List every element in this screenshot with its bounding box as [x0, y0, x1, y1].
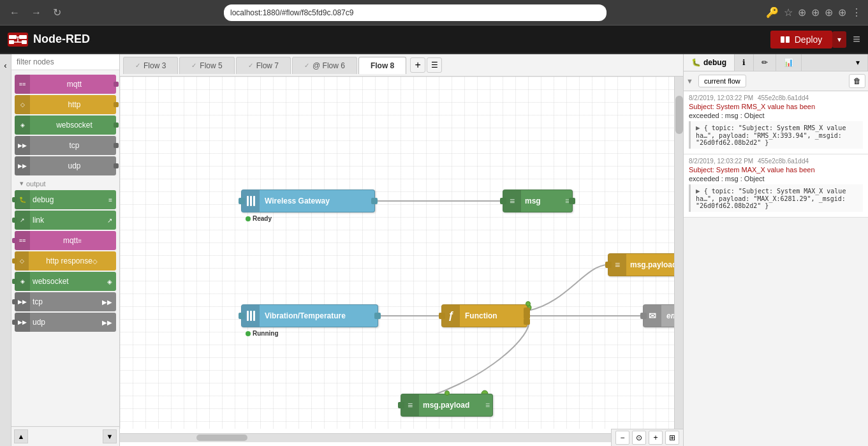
canvas-area[interactable]: Wireless Gateway Ready ≡ msg ≡ [120, 77, 674, 429]
svg-rect-12 [247, 196, 249, 206]
node-websocket-input[interactable]: ◈ websocket [15, 115, 116, 135]
email-label: email [661, 311, 674, 320]
node-link-output[interactable]: ↗ link ↗ [15, 211, 116, 230]
scroll-down-button[interactable]: ▼ [103, 429, 117, 443]
svg-rect-7 [781, 36, 784, 43]
fit-button[interactable]: ⊞ [665, 431, 679, 445]
clear-debug-button[interactable]: 🗑 [849, 74, 865, 88]
function-port-out-3 [524, 318, 530, 325]
node-mqtt-input[interactable]: ≡≡ mqtt [15, 75, 116, 94]
canvas-scrollbar-horizontal[interactable] [120, 433, 611, 442]
node-debug-output[interactable]: 🐛 debug ≡ [15, 190, 116, 209]
tab-flow7[interactable]: ✓ Flow 7 [236, 57, 291, 74]
node-udp-input[interactable]: ▶▶ udp [15, 156, 116, 175]
tab-flow6[interactable]: ✓ @ Flow 6 [292, 57, 357, 74]
node-tcp-output[interactable]: ▶▶ tcp ▶▶ [15, 292, 116, 311]
scroll-up-button[interactable]: ▲ [14, 429, 28, 443]
node-http-response-output[interactable]: ◇ http response ◇ [15, 251, 116, 271]
forward-button[interactable]: → [28, 6, 45, 20]
debug-tab[interactable]: 🐛 debug [684, 54, 735, 71]
node-wireless-gateway[interactable]: Wireless Gateway Ready [241, 190, 375, 212]
wireless-gateway-port-in [239, 198, 245, 204]
debug-msg-2-expanded[interactable]: ▶ { topic: "Subject: System MAX_X value … [689, 184, 863, 212]
node-vibration-temp[interactable]: Vibration/Temperature Running [241, 304, 378, 327]
zoom-reset-button[interactable]: ⊙ [632, 431, 646, 445]
debug-msg-1-header: 8/2/2019, 12:03:22 PM 455e2c8b.6a1dd4 [689, 94, 863, 101]
node-msg-payload-bottom[interactable]: ≡ msg.payload ≡ [401, 394, 493, 417]
debug-msg-1-detail: exceeded : msg : Object [689, 112, 863, 119]
msg-port-out [569, 198, 575, 204]
zoom-out-button[interactable]: − [615, 431, 629, 445]
node-tcp-input[interactable]: ▶▶ tcp [15, 136, 116, 155]
tab-flow5[interactable]: ✓ Flow 5 [179, 57, 234, 74]
current-flow-button[interactable]: current flow [698, 75, 746, 87]
msg-payload-top-label: msg.payload [626, 260, 674, 269]
function-output-dot [526, 301, 531, 306]
star-icon[interactable]: ☆ [784, 6, 793, 19]
chart-tab[interactable]: 📊 [776, 54, 802, 71]
vibration-temp-port-in [239, 313, 245, 319]
menu-icon[interactable]: ⋮ [851, 6, 862, 19]
svg-rect-8 [786, 36, 790, 43]
node-msg[interactable]: ≡ msg ≡ [503, 190, 573, 212]
sidebar-left: ≡≡ mqtt ◇ http ◈ websocket ▶▶ tcp ▶▶ [11, 54, 120, 446]
canvas-scrollbar-vertical[interactable] [674, 77, 683, 429]
filter-input[interactable] [11, 54, 119, 70]
debug-msg-1-expanded[interactable]: ▶ { topic: "Subject: System RMS_X value … [689, 121, 863, 149]
svg-rect-3 [22, 40, 27, 44]
debug-msg-2-timestamp: 8/2/2019, 12:03:22 PM [689, 158, 753, 165]
nr-logo: Node-RED [8, 33, 90, 47]
back-button[interactable]: ← [6, 6, 23, 20]
msg-port-in [500, 198, 506, 204]
tab-label-flow8: Flow 8 [371, 61, 394, 70]
node-email[interactable]: ✉ email [643, 304, 674, 327]
node-udp-output[interactable]: ▶▶ udp ▶▶ [15, 313, 116, 332]
key-icon: 🔑 [766, 6, 779, 19]
debug-tab-label: debug [703, 58, 726, 67]
tab-menu-button[interactable]: ☰ [427, 57, 442, 73]
debug-msg-1-subject: Subject: System RMS_X value has been [689, 103, 863, 110]
svg-rect-15 [247, 311, 249, 321]
zoom-in-button[interactable]: + [649, 431, 663, 445]
sidebar-nav-arrows: ▲ ▼ [11, 426, 119, 446]
debug-msg-2-detail: exceeded : msg : Object [689, 175, 863, 182]
node-function[interactable]: ƒ Function [441, 304, 527, 327]
info-tab-icon: ℹ [742, 58, 746, 67]
wireless-gateway-status: Ready [246, 215, 272, 222]
tab-icon-flow7: ✓ [248, 62, 253, 69]
node-websocket-output[interactable]: ◈ websocket ◈ [15, 272, 116, 291]
ext-icon-1: ⊕ [798, 6, 806, 19]
refresh-button[interactable]: ↻ [50, 5, 64, 20]
deploy-button[interactable]: Deploy [770, 31, 833, 48]
wireless-gateway-port-out [371, 198, 378, 204]
hamburger-button[interactable]: ≡ [853, 32, 860, 47]
sidebar-toggle[interactable]: ‹ [0, 54, 11, 446]
tab-flow3[interactable]: ✓ Flow 3 [123, 57, 178, 74]
svg-rect-0 [9, 35, 17, 39]
node-http-input[interactable]: ◇ http [15, 95, 116, 114]
wireless-gateway-status-text: Ready [253, 215, 272, 222]
node-info-tab[interactable]: ✏ [754, 54, 776, 71]
debug-tab-icon: 🐛 [691, 58, 701, 67]
collapse-tab[interactable]: ▾ [848, 54, 868, 71]
url-bar[interactable]: localhost:1880/#flow/f8c5fd9c.087c9 [224, 4, 607, 21]
panel-right: 🐛 debug ℹ ✏ 📊 ▾ ▼ current flow 🗑 [683, 54, 868, 446]
node-msg-payload-top[interactable]: ≡ msg.payload ≡ [608, 253, 674, 276]
deploy-caret-button[interactable]: ▾ [832, 31, 846, 48]
canvas-container: ✓ Flow 3 ✓ Flow 5 ✓ Flow 7 ✓ @ Flow 6 Fl… [120, 54, 683, 446]
vibration-temp-status: Running [246, 330, 279, 337]
info-tab[interactable]: ℹ [735, 54, 754, 71]
svg-rect-16 [250, 311, 252, 321]
tab-icon-flow5: ✓ [191, 62, 196, 69]
debug-messages: 8/2/2019, 12:03:22 PM 455e2c8b.6a1dd4 Su… [684, 91, 868, 446]
browser-icons: 🔑 ☆ ⊕ ⊕ ⊕ ⊕ ⋮ [766, 6, 862, 19]
debug-msg-2-subject: Subject: System MAX_X value has been [689, 166, 863, 174]
add-tab-button[interactable]: + [410, 57, 425, 73]
tab-label-flow7: Flow 7 [256, 61, 279, 70]
tab-flow8[interactable]: Flow 8 [358, 57, 406, 74]
msg-label: msg [521, 197, 565, 205]
panel-right-tabs: 🐛 debug ℹ ✏ 📊 ▾ [684, 54, 868, 71]
debug-msg-2-nodeid: 455e2c8b.6a1dd4 [758, 158, 809, 165]
debug-msg-1-timestamp: 8/2/2019, 12:03:22 PM [689, 94, 753, 101]
node-mqtt-output[interactable]: ≡≡ mqtt ≡ [15, 231, 116, 250]
